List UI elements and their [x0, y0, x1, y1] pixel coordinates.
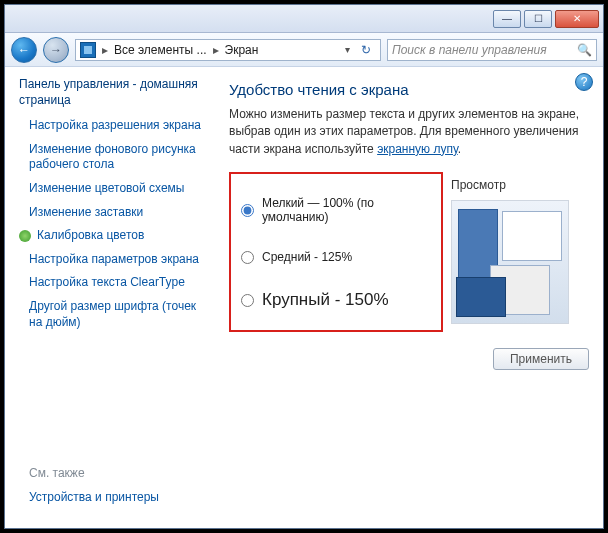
radio-large[interactable]: Крупный - 150% — [241, 290, 433, 310]
refresh-icon[interactable]: ↻ — [356, 43, 376, 57]
sidebar-link-calibrate[interactable]: Калибровка цветов — [19, 228, 209, 244]
magnifier-link[interactable]: экранную лупу — [377, 142, 458, 156]
help-icon[interactable]: ? — [575, 73, 593, 91]
page-description: Можно изменить размер текста и других эл… — [229, 106, 589, 158]
radio-medium[interactable]: Средний - 125% — [241, 250, 433, 264]
arrow-left-icon: ← — [18, 43, 30, 57]
nav-bar: ← → ▸ Все элементы ... ▸ Экран ▾ ↻ Поиск… — [5, 33, 603, 67]
radio-small-label: Мелкий — 100% (по умолчанию) — [262, 196, 433, 224]
titlebar: — ☐ ✕ — [5, 5, 603, 33]
radio-small[interactable]: Мелкий — 100% (по умолчанию) — [241, 196, 433, 224]
preview-taskbar-icon — [456, 277, 506, 317]
preview-label: Просмотр — [451, 178, 569, 192]
maximize-button[interactable]: ☐ — [524, 10, 552, 28]
search-icon: 🔍 — [577, 43, 592, 57]
search-placeholder: Поиск в панели управления — [392, 43, 547, 57]
button-row: Применить — [229, 348, 589, 370]
page-title: Удобство чтения с экрана — [229, 81, 589, 98]
radio-large-label: Крупный - 150% — [262, 290, 389, 310]
sidebar-link-colorscheme[interactable]: Изменение цветовой схемы — [29, 181, 209, 197]
sidebar: Панель управления - домашняя страница На… — [5, 67, 219, 528]
minimize-button[interactable]: — — [493, 10, 521, 28]
search-input[interactable]: Поиск в панели управления 🔍 — [387, 39, 597, 61]
radio-large-input[interactable] — [241, 294, 254, 307]
size-options-group: Мелкий — 100% (по умолчанию) Средний - 1… — [229, 172, 443, 332]
see-also-label: См. также — [29, 466, 159, 480]
apply-button[interactable]: Применить — [493, 348, 589, 370]
chevron-right-icon: ▸ — [102, 43, 108, 57]
options-row: Мелкий — 100% (по умолчанию) Средний - 1… — [229, 172, 589, 332]
see-also-link-devices[interactable]: Устройства и принтеры — [29, 490, 159, 506]
chevron-right-icon: ▸ — [213, 43, 219, 57]
body: Панель управления - домашняя страница На… — [5, 67, 603, 528]
arrow-right-icon: → — [50, 43, 62, 57]
sidebar-link-screensaver[interactable]: Изменение заставки — [29, 205, 209, 221]
sidebar-link-wallpaper[interactable]: Изменение фонового рисунка рабочего стол… — [29, 142, 209, 173]
control-panel-icon — [80, 42, 96, 58]
content-pane: ? Удобство чтения с экрана Можно изменит… — [219, 67, 603, 528]
sidebar-link-resolution[interactable]: Настройка разрешения экрана — [29, 118, 209, 134]
radio-medium-input[interactable] — [241, 251, 254, 264]
radio-medium-label: Средний - 125% — [262, 250, 352, 264]
sidebar-link-cleartype[interactable]: Настройка текста ClearType — [29, 275, 209, 291]
preview-section: Просмотр — [451, 172, 569, 332]
chevron-down-icon[interactable]: ▾ — [345, 44, 350, 55]
preview-image — [451, 200, 569, 324]
sidebar-home-link[interactable]: Панель управления - домашняя страница — [19, 77, 209, 108]
breadcrumb-segment[interactable]: Все элементы ... — [114, 43, 207, 57]
back-button[interactable]: ← — [11, 37, 37, 63]
sidebar-link-displaysettings[interactable]: Настройка параметров экрана — [29, 252, 209, 268]
window: — ☐ ✕ ← → ▸ Все элементы ... ▸ Экран ▾ ↻… — [4, 4, 604, 529]
preview-window-icon — [502, 211, 562, 261]
close-button[interactable]: ✕ — [555, 10, 599, 28]
radio-small-input[interactable] — [241, 204, 254, 217]
desc-text-end: . — [458, 142, 461, 156]
sidebar-link-dpi[interactable]: Другой размер шрифта (точек на дюйм) — [29, 299, 209, 330]
address-bar[interactable]: ▸ Все элементы ... ▸ Экран ▾ ↻ — [75, 39, 381, 61]
see-also-section: См. также Устройства и принтеры — [19, 466, 159, 514]
forward-button[interactable]: → — [43, 37, 69, 63]
breadcrumb-segment[interactable]: Экран — [225, 43, 259, 57]
